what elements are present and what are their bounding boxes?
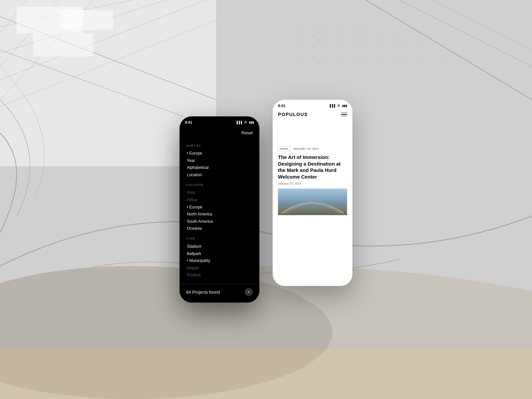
battery-icon: ▮▮▮	[249, 121, 254, 124]
news-title[interactable]: The Art of Immersion: Designing a Destin…	[278, 154, 347, 180]
type-product[interactable]: Product	[186, 272, 253, 279]
wifi-icon: ⌘	[337, 104, 340, 107]
type-municipality[interactable]: Municipality	[186, 257, 253, 265]
dark-content: Reset SORT BY Europe Year Alphabetical L…	[180, 126, 259, 287]
hamburger-line-3	[341, 116, 347, 116]
news-badge: NEWS	[278, 146, 291, 151]
location-asia[interactable]: Asia	[186, 189, 253, 197]
hamburger-line-2	[341, 114, 347, 115]
dark-phone: 9:41 ▐▐▐ ⌘ ▮▮▮ Reset SORT BY Europe Year…	[180, 116, 259, 303]
sort-option-alphabetical[interactable]: Alphabetical	[186, 164, 253, 172]
type-stadium[interactable]: Stadium	[186, 243, 253, 250]
location-africa[interactable]: Africa	[186, 197, 253, 204]
light-phone: 9:41 ▐▐▐ ⌘ ▮▮▮ POPULOUS NEWS JANUARY 25,…	[273, 100, 352, 286]
news-date-meta: JANUARY 25, 2023	[293, 147, 319, 150]
news-image	[278, 189, 347, 215]
wifi-icon: ⌘	[244, 121, 247, 124]
news-section: NEWS JANUARY 25, 2023 The Art of Immersi…	[273, 120, 352, 219]
signal-icon: ▐▐▐	[329, 104, 335, 107]
type-options: Stadium Ballpark Municipality Airport Pr…	[186, 243, 253, 279]
light-header: POPULOUS	[273, 109, 352, 120]
location-europe[interactable]: Europe	[186, 204, 253, 211]
dark-time: 9:41	[185, 120, 192, 124]
location-north-america[interactable]: North America	[186, 211, 253, 218]
light-status-icons: ▐▐▐ ⌘ ▮▮▮	[329, 104, 347, 107]
location-south-america[interactable]: South America	[186, 218, 253, 225]
phones-container: 9:41 ▐▐▐ ⌘ ▮▮▮ Reset SORT BY Europe Year…	[0, 0, 532, 399]
location-oceania[interactable]: Oceania	[186, 225, 253, 232]
signal-icon: ▐▐▐	[236, 121, 242, 124]
sort-option-location[interactable]: Location	[186, 172, 253, 179]
news-meta: NEWS JANUARY 25, 2023	[278, 146, 347, 151]
battery-icon: ▮▮▮	[342, 104, 347, 107]
light-time: 9:41	[278, 104, 285, 108]
type-airport[interactable]: Airport	[186, 265, 253, 272]
type-label: TYPE	[186, 237, 253, 240]
dark-status-icons: ▐▐▐ ⌘ ▮▮▮	[236, 121, 254, 124]
news-date: January 25, 2023	[278, 182, 347, 185]
type-ballpark[interactable]: Ballpark	[186, 250, 253, 258]
dark-bottom-bar: 64 Projects found ×	[180, 284, 259, 303]
close-icon: ×	[248, 290, 250, 294]
sort-option-europe[interactable]: Europe	[186, 150, 253, 157]
close-filter-button[interactable]: ×	[245, 288, 253, 296]
hamburger-line-1	[341, 113, 347, 113]
sort-options: Europe Year Alphabetical Location	[186, 150, 253, 179]
sort-option-year[interactable]: Year	[186, 157, 253, 165]
reset-button[interactable]: Reset	[186, 128, 253, 139]
location-label: LOCATION	[186, 183, 253, 187]
projects-found-text: 64 Projects found	[186, 290, 220, 295]
hamburger-menu-button[interactable]	[341, 113, 347, 116]
light-status-bar: 9:41 ▐▐▐ ⌘ ▮▮▮	[273, 100, 352, 109]
location-options: Asia Africa Europe North America South A…	[186, 189, 253, 232]
dark-status-bar: 9:41 ▐▐▐ ⌘ ▮▮▮	[180, 116, 259, 126]
sort-by-label: SORT BY	[186, 144, 253, 147]
logo: POPULOUS	[278, 109, 308, 120]
